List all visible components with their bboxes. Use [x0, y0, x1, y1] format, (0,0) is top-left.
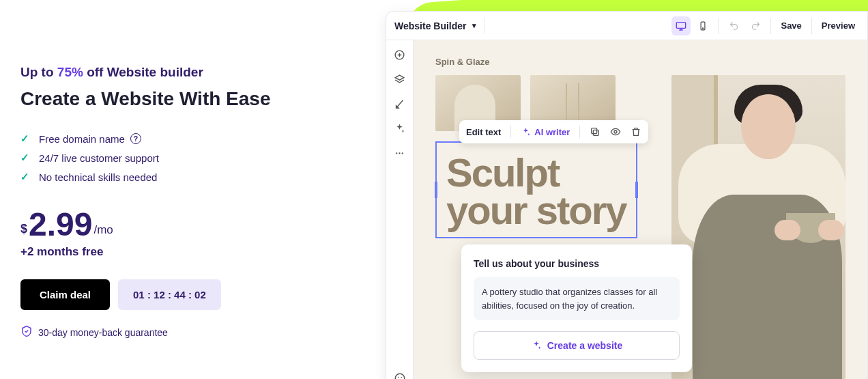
headline: Create a Website With Ease	[20, 88, 358, 110]
divider	[718, 18, 719, 34]
price: $ 2.99 /mo	[20, 208, 358, 241]
claim-deal-button[interactable]: Claim deal	[20, 279, 110, 310]
builder-body: Spin & Glaze Edit text	[386, 40, 867, 379]
text-editor-toolbar: Edit text AI writer	[459, 120, 648, 143]
sparkles-icon[interactable]	[394, 122, 406, 135]
create-website-button[interactable]: Create a website	[474, 331, 680, 360]
promo-percent: 75%	[57, 65, 83, 79]
svg-point-12	[614, 130, 617, 133]
promo-prefix: Up to	[20, 65, 57, 79]
desktop-view-button[interactable]	[671, 16, 691, 36]
layers-icon[interactable]	[394, 73, 406, 85]
check-icon: ✓	[20, 132, 29, 145]
divider	[510, 126, 511, 138]
feature-item: ✓ No technical skills needed	[20, 167, 358, 186]
svg-point-2	[703, 27, 704, 28]
price-period: /mo	[93, 223, 113, 237]
delete-icon[interactable]	[631, 126, 641, 137]
visibility-icon[interactable]	[610, 126, 621, 137]
info-icon[interactable]: ?	[130, 133, 141, 144]
builder-window: Website Builder ▾	[386, 11, 868, 379]
feature-item: ✓ 24/7 live customer support	[20, 148, 358, 167]
divider	[770, 18, 771, 34]
svg-point-9	[401, 377, 402, 378]
svg-rect-10	[594, 130, 599, 135]
canvas-left-column: Edit text AI writer	[435, 75, 659, 379]
guarantee-text: 30-day money-back guarantee	[38, 327, 168, 338]
copy-icon[interactable]	[590, 126, 601, 137]
feature-text: 24/7 live customer support	[39, 152, 159, 164]
ai-business-input[interactable]: A pottery studio that organizes classes …	[474, 277, 680, 320]
divider	[484, 18, 485, 34]
check-icon: ✓	[20, 152, 29, 164]
svg-point-5	[399, 152, 400, 154]
add-icon[interactable]	[394, 48, 406, 61]
more-icon[interactable]	[394, 147, 406, 159]
undo-button[interactable]	[724, 16, 743, 36]
create-website-label: Create a website	[547, 340, 623, 351]
builder-title-dropdown[interactable]: Website Builder ▾	[394, 18, 488, 34]
chevron-down-icon: ▾	[472, 21, 476, 30]
ai-writer-button[interactable]: AI writer	[521, 127, 570, 137]
divider	[579, 126, 580, 138]
site-brand[interactable]: Spin & Glaze	[435, 57, 845, 67]
countdown-timer: 01 : 12 : 44 : 02	[118, 279, 221, 310]
svg-point-6	[402, 152, 403, 154]
builder-title: Website Builder	[394, 20, 467, 31]
ai-prompt-card: Tell us about your business A pottery st…	[461, 244, 692, 372]
feature-text: No technical skills needed	[39, 171, 157, 183]
feature-list: ✓ Free domain name ? ✓ 24/7 live custome…	[20, 129, 358, 186]
save-button[interactable]: Save	[777, 20, 805, 31]
promo-panel: Up to 75% off Website builder Create a W…	[0, 0, 386, 379]
builder-preview-panel: Website Builder ▾	[386, 0, 868, 379]
price-amount: 2.99	[29, 208, 92, 241]
svg-point-8	[398, 377, 399, 378]
builder-topbar: Website Builder ▾	[386, 12, 867, 40]
svg-point-4	[396, 152, 397, 154]
check-icon: ✓	[20, 171, 29, 183]
feature-item: ✓ Free domain name ?	[20, 129, 358, 148]
builder-sidebar	[386, 40, 414, 379]
svg-rect-0	[677, 22, 686, 28]
ai-writer-label: AI writer	[534, 127, 570, 137]
redo-button[interactable]	[746, 16, 765, 36]
photo-placeholder	[671, 75, 845, 379]
promo-suffix: off Website builder	[83, 65, 203, 79]
ai-card-title: Tell us about your business	[474, 258, 680, 269]
bonus-text: +2 months free	[20, 245, 358, 259]
shield-icon	[20, 325, 33, 339]
sparkles-icon	[531, 340, 542, 351]
selected-text-block[interactable]: Sculpt your story	[435, 141, 637, 238]
mobile-view-button[interactable]	[693, 16, 712, 36]
cta-row: Claim deal 01 : 12 : 44 : 02	[20, 279, 358, 310]
divider	[811, 18, 812, 34]
promo-line: Up to 75% off Website builder	[20, 65, 358, 80]
help-icon[interactable]	[394, 372, 406, 379]
heading-line1: Sculpt	[446, 154, 626, 191]
guarantee-row: 30-day money-back guarantee	[20, 325, 358, 339]
svg-point-7	[395, 374, 405, 379]
edit-text-button[interactable]: Edit text	[466, 127, 501, 137]
feature-text: Free domain name	[39, 133, 125, 145]
styles-icon[interactable]	[394, 98, 406, 110]
hero-image[interactable]	[671, 75, 845, 379]
price-currency: $	[20, 222, 27, 236]
heading-line2: your story	[446, 191, 626, 229]
svg-rect-11	[592, 128, 597, 134]
preview-button[interactable]: Preview	[818, 20, 859, 31]
builder-canvas[interactable]: Spin & Glaze Edit text	[414, 40, 867, 379]
